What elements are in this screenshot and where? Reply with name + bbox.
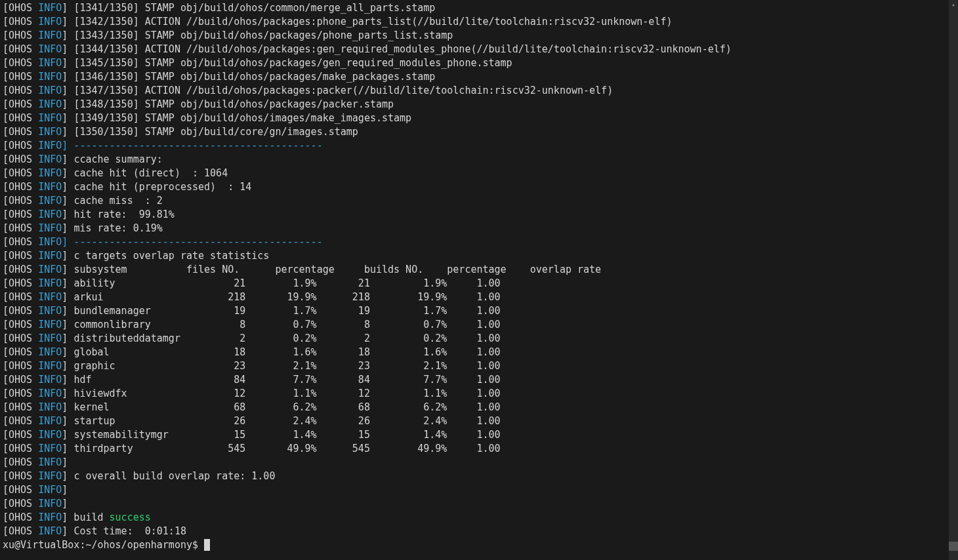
overlap-row: thirdparty 545 49.9% 545 49.9% 1.00 xyxy=(73,443,500,454)
log-tag-close: ] xyxy=(62,291,68,303)
log-tag-ohos: [OHOS xyxy=(3,498,38,510)
log-line: [OHOS INFO] [1349/1350] STAMP obj/build/… xyxy=(3,111,955,125)
build-step: [1347/1350] ACTION //build/ohos/packages… xyxy=(73,85,613,96)
log-tag-close: ] xyxy=(62,264,68,275)
log-tag-ohos: [OHOS xyxy=(3,250,38,262)
log-level-info: INFO xyxy=(38,16,62,28)
log-tag-ohos: [OHOS xyxy=(3,277,38,289)
log-tag-ohos: [OHOS xyxy=(3,456,38,468)
log-line: [OHOS INFO] [1344/1350] ACTION //build/o… xyxy=(3,43,955,56)
log-line: [OHOS INFO] c overall build overlap rate… xyxy=(3,470,955,483)
log-tag-ohos: [OHOS xyxy=(3,429,38,441)
log-tag-ohos: [OHOS xyxy=(3,195,38,207)
build-step: [1349/1350] STAMP obj/build/ohos/images/… xyxy=(73,112,411,124)
log-tag-ohos: [OHOS xyxy=(3,319,38,330)
log-level-info: INFO xyxy=(38,57,62,69)
build-step: [1348/1350] STAMP obj/build/ohos/package… xyxy=(73,98,394,110)
log-level-info: INFO xyxy=(38,85,62,96)
log-line: [OHOS INFO] hdf 84 7.7% 84 7.7% 1.00 xyxy=(3,373,955,387)
log-line: [OHOS INFO] hiviewdfx 12 1.1% 12 1.1% 1.… xyxy=(3,387,955,401)
log-tag-ohos: [OHOS xyxy=(3,484,38,496)
log-tag-ohos: [OHOS xyxy=(3,332,38,344)
log-level-info: INFO xyxy=(38,429,62,441)
log-level-info: INFO xyxy=(38,498,62,510)
build-step: [1350/1350] STAMP obj/build/core/gn/imag… xyxy=(73,126,358,138)
overlap-row: distributeddatamgr 2 0.2% 2 0.2% 1.00 xyxy=(73,332,500,344)
overlap-header: subsystem files NO. percentage builds NO… xyxy=(73,264,601,275)
log-tag-close: ] xyxy=(62,346,68,358)
log-level-info: INFO xyxy=(38,332,62,344)
log-tag-ohos: [OHOS xyxy=(3,401,38,413)
log-line: [OHOS INFO] systemabilitymgr 15 1.4% 15 … xyxy=(3,428,955,442)
log-level-info: INFO xyxy=(38,222,62,234)
log-level-info: INFO xyxy=(38,126,62,138)
log-line: [OHOS INFO] distributeddatamgr 2 0.2% 2 … xyxy=(3,332,955,346)
build-step: [1345/1350] STAMP obj/build/ohos/package… xyxy=(73,57,512,69)
log-line: [OHOS INFO] [1341/1350] STAMP obj/build/… xyxy=(3,1,955,15)
log-tag-close: ] xyxy=(62,277,68,289)
success-word: success xyxy=(110,511,151,523)
log-tag-ohos: [OHOS xyxy=(3,85,38,96)
overlap-row: kernel 68 6.2% 68 6.2% 1.00 xyxy=(73,401,500,413)
log-line: [OHOS INFO] mis rate: 0.19% xyxy=(3,222,955,235)
log-line: [OHOS INFO] kernel 68 6.2% 68 6.2% 1.00 xyxy=(3,401,955,414)
scrollbar[interactable]: ▴ xyxy=(949,0,958,560)
log-level-info: INFO xyxy=(38,319,62,330)
ccache-miss: cache miss : 2 xyxy=(73,195,162,207)
log-tag-close: ] xyxy=(62,470,68,482)
log-tag-ohos: [OHOS xyxy=(3,415,38,427)
overlap-row: ability 21 1.9% 21 1.9% 1.00 xyxy=(73,277,500,289)
overlap-row: hiviewdfx 12 1.1% 12 1.1% 1.00 xyxy=(73,388,500,399)
log-level-info: INFO xyxy=(38,346,62,358)
log-tag-close: ] xyxy=(62,16,68,28)
log-tag-close: ] xyxy=(62,374,68,386)
log-tag-ohos: [OHOS xyxy=(3,43,38,55)
scroll-arrow-up-icon[interactable]: ▴ xyxy=(949,0,958,9)
shell-prompt: xu@VirtualBox:~/ohos/openharmony$ xyxy=(3,539,204,551)
log-line: [OHOS INFO] startup 26 2.4% 26 2.4% 1.00 xyxy=(3,414,955,428)
scroll-thumb[interactable] xyxy=(949,542,958,551)
overlap-row: hdf 84 7.7% 84 7.7% 1.00 xyxy=(73,374,500,386)
log-tag-ohos: [OHOS xyxy=(3,30,38,41)
log-tag-close: ] xyxy=(62,2,68,14)
log-level-info: INFO xyxy=(38,167,62,179)
log-tag-close: ] xyxy=(62,332,68,344)
log-tag-ohos: [OHOS xyxy=(3,153,38,165)
log-level-info: INFO xyxy=(38,456,62,468)
log-tag-close: ] xyxy=(62,98,68,110)
log-tag-ohos: [OHOS xyxy=(3,346,38,358)
overlap-row: graphic 23 2.1% 23 2.1% 1.00 xyxy=(73,360,500,372)
shell-prompt-line[interactable]: xu@VirtualBox:~/ohos/openharmony$ xyxy=(3,538,955,552)
log-tag-ohos: [OHOS xyxy=(3,264,38,275)
log-level-info: INFO xyxy=(38,401,62,413)
log-level-info: INFO xyxy=(38,415,62,427)
log-tag-ohos: [OHOS xyxy=(3,291,38,303)
build-step: [1341/1350] STAMP obj/build/ohos/common/… xyxy=(73,2,435,14)
log-level-info: INFO xyxy=(38,374,62,386)
build-step: [1342/1350] ACTION //build/ohos/packages… xyxy=(73,16,672,28)
log-tag-close: ] xyxy=(62,498,68,510)
log-line-blank: [OHOS INFO] xyxy=(3,483,955,497)
log-tag-ohos: [OHOS xyxy=(3,511,38,523)
log-level-info: INFO xyxy=(38,181,62,193)
log-level-info: INFO xyxy=(38,2,62,14)
log-tag-ohos: [OHOS xyxy=(3,222,38,234)
log-tag-close: ] xyxy=(62,511,68,523)
log-line: [OHOS INFO] [1343/1350] STAMP obj/build/… xyxy=(3,29,955,43)
ccache-hit-preprocessed: cache hit (preprocessed) : 14 xyxy=(73,181,251,193)
log-level-info: INFO xyxy=(38,277,62,289)
log-tag-close: ] xyxy=(62,456,68,468)
log-tag-ohos: [OHOS xyxy=(3,443,38,454)
log-tag-close: ] xyxy=(62,153,68,165)
log-line: [OHOS INFO] [1346/1350] STAMP obj/build/… xyxy=(3,70,955,84)
log-line: [OHOS INFO] [1348/1350] STAMP obj/build/… xyxy=(3,98,955,111)
ccache-title: ccache summary: xyxy=(73,153,162,165)
log-line: [OHOS INFO] [1342/1350] ACTION //build/o… xyxy=(3,15,955,29)
log-tag-ohos: [OHOS xyxy=(3,470,38,482)
log-tag-ohos: [OHOS xyxy=(3,305,38,317)
log-level-info: INFO xyxy=(38,443,62,454)
log-tag-close: ] xyxy=(62,525,68,537)
log-tag-close: ] xyxy=(62,209,68,220)
terminal-output[interactable]: [OHOS INFO] [1341/1350] STAMP obj/build/… xyxy=(0,0,958,553)
log-tag-ohos: [OHOS xyxy=(3,167,38,179)
